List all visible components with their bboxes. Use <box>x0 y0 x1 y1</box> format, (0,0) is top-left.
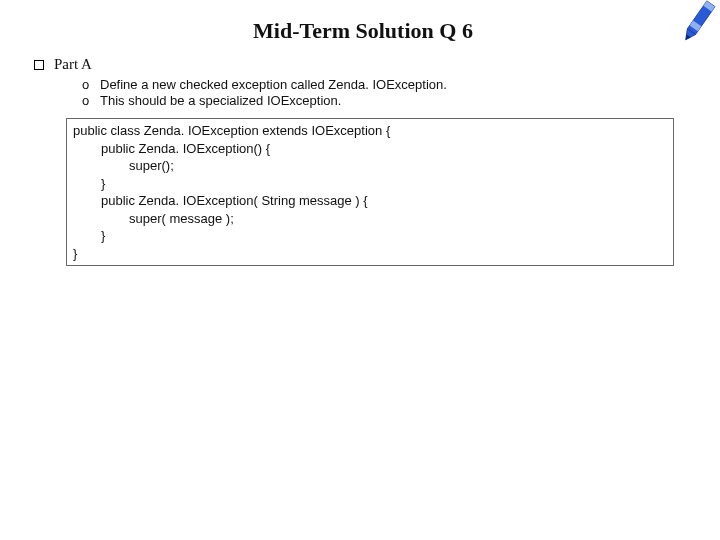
code-line: public Zenda. IOException() { <box>73 140 667 158</box>
slide: Mid-Term Solution Q 6 Part A o Define a … <box>0 0 720 540</box>
list-item: o This should be a specialized IOExcepti… <box>82 93 692 108</box>
code-line: public Zenda. IOException( String messag… <box>73 192 667 210</box>
code-line: } <box>73 175 667 193</box>
crayon-icon <box>670 0 720 54</box>
code-line: super(); <box>73 157 667 175</box>
code-box: public class Zenda. IOException extends … <box>66 118 674 266</box>
circle-bullet-icon: o <box>82 77 100 92</box>
list-item: o Define a new checked exception called … <box>82 77 692 92</box>
sub-list: o Define a new checked exception called … <box>82 77 692 108</box>
sub-item-text: Define a new checked exception called Ze… <box>100 77 447 92</box>
sub-item-text: This should be a specialized IOException… <box>100 93 341 108</box>
code-line: } <box>73 227 667 245</box>
part-label: Part A <box>54 56 92 73</box>
code-line: } <box>73 245 667 263</box>
bullet-part-a: Part A <box>34 56 692 73</box>
circle-bullet-icon: o <box>82 93 100 108</box>
square-bullet-icon <box>34 60 44 70</box>
slide-title: Mid-Term Solution Q 6 <box>34 18 692 44</box>
code-line: super( message ); <box>73 210 667 228</box>
code-line: public class Zenda. IOException extends … <box>73 122 667 140</box>
